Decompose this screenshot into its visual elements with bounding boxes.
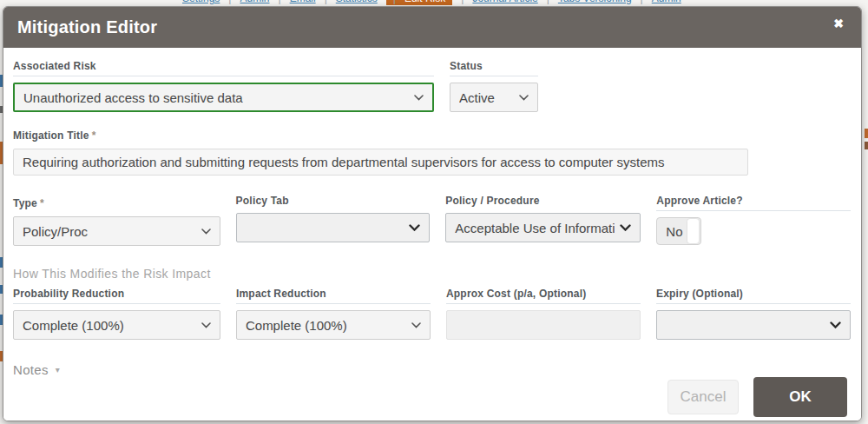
mitigation-title-label-wrap: Mitigation Title* — [13, 127, 748, 142]
chevron-down-icon — [409, 224, 420, 231]
chevron-down-icon — [414, 95, 424, 101]
expiry-label: Expiry (Optional) — [656, 288, 851, 304]
probability-reduction-value: Complete (100%) — [23, 318, 196, 333]
background-link[interactable]: Journal Article — [461, 0, 538, 5]
policy-procedure-value: Acceptable Use of Informati — [455, 221, 615, 235]
page-edge-fragment — [865, 129, 868, 138]
approve-article-label: Approve Article? — [656, 195, 851, 211]
required-asterisk: * — [92, 129, 96, 142]
mitigation-editor-dialog: Mitigation Editor ✖ Associated Risk Unau… — [3, 6, 862, 421]
toggle-knob — [687, 219, 699, 243]
dialog-header: Mitigation Editor ✖ — [3, 7, 861, 48]
type-value: Policy/Proc — [23, 224, 196, 239]
chevron-down-icon — [201, 229, 211, 235]
dialog-body: Associated Risk Unauthorized access to s… — [3, 48, 861, 421]
chevron-down-icon — [830, 321, 841, 328]
impact-reduction-select[interactable]: Complete (100%) — [236, 310, 431, 340]
policy-procedure-select[interactable]: Acceptable Use of Informati — [445, 213, 641, 242]
dialog-title: Mitigation Editor — [17, 17, 157, 37]
notes-label: Notes — [13, 362, 49, 377]
policy-procedure-label: Policy / Procedure — [445, 195, 641, 207]
caret-down-icon: ▾ — [56, 365, 60, 374]
background-link-highlighted[interactable]: Edit Risk — [386, 0, 452, 5]
row-reductions-cost-expiry: Probability Reduction Complete (100%) Im… — [13, 288, 851, 340]
status-select[interactable]: Active — [450, 83, 538, 112]
background-nav-links: Settings Admin Email Statistics Edit Ris… — [182, 0, 681, 6]
mitigation-title-value: Requiring authorization and submitting r… — [23, 155, 665, 169]
mitigation-title-input[interactable]: Requiring authorization and submitting r… — [13, 149, 748, 176]
row-type-policy: Type* Policy/Proc Policy Tab Policy / Pr… — [13, 195, 851, 246]
probability-reduction-select[interactable]: Complete (100%) — [13, 310, 220, 340]
close-icon[interactable]: ✖ — [830, 16, 847, 31]
approx-cost-input[interactable] — [446, 310, 641, 340]
chevron-down-icon — [519, 95, 529, 101]
impact-reduction-value: Complete (100%) — [246, 318, 406, 333]
status-value: Active — [459, 90, 514, 105]
type-label: Type — [13, 197, 37, 209]
required-asterisk: * — [40, 197, 44, 209]
mitigation-title-label: Mitigation Title — [13, 129, 89, 142]
approx-cost-label: Approx Cost (p/a, Optional) — [446, 288, 641, 304]
type-select[interactable]: Policy/Proc — [13, 216, 220, 246]
ok-button[interactable]: OK — [753, 377, 847, 417]
expiry-select[interactable] — [656, 310, 851, 340]
row-mitigation-title: Mitigation Title* Requiring authorizatio… — [13, 127, 748, 176]
policy-tab-select[interactable] — [236, 213, 431, 242]
background-link[interactable]: Tabs Versioning — [547, 0, 632, 5]
impact-reduction-label: Impact Reduction — [236, 288, 431, 304]
notes-expander[interactable]: Notes ▾ — [13, 362, 851, 377]
type-label-wrap: Type* — [13, 195, 220, 210]
background-link[interactable]: Settings — [182, 0, 220, 5]
risk-impact-section-heading: How This Modifies the Risk Impact — [13, 267, 851, 281]
associated-risk-select[interactable]: Unauthorized access to sensitive data — [13, 83, 434, 112]
associated-risk-label: Associated Risk — [13, 60, 434, 76]
dialog-footer: Cancel OK — [13, 377, 851, 419]
approve-article-value: No — [666, 224, 682, 239]
probability-reduction-label: Probability Reduction — [13, 288, 220, 304]
page-edge-fragment — [865, 142, 868, 149]
cancel-button[interactable]: Cancel — [667, 380, 739, 414]
policy-tab-label: Policy Tab — [236, 195, 431, 207]
associated-risk-value: Unauthorized access to sensitive data — [23, 90, 409, 105]
row-associated-risk-status: Associated Risk Unauthorized access to s… — [13, 60, 851, 112]
chevron-down-icon — [411, 322, 421, 328]
approve-article-toggle[interactable]: No — [656, 217, 701, 245]
status-label: Status — [450, 60, 538, 76]
chevron-down-icon — [201, 322, 211, 328]
background-link[interactable]: Admin — [641, 0, 681, 5]
background-link[interactable]: Statistics — [325, 0, 378, 5]
background-link[interactable]: Admin — [228, 0, 269, 5]
chevron-down-icon — [620, 224, 631, 231]
background-link[interactable]: Email — [279, 0, 316, 5]
